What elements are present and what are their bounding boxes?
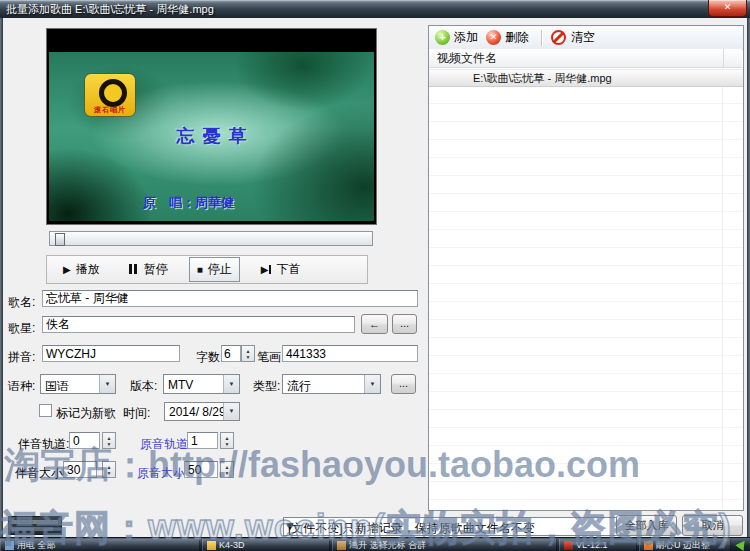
column-divider <box>722 68 723 509</box>
version-value: MTV <box>168 378 193 392</box>
pinyin-input[interactable] <box>42 345 180 362</box>
language-select[interactable]: 国语 ▼ <box>40 374 116 394</box>
mv-credits: 原 唱：周華健 作 詞：陳沒 作 曲：宇德 敬子 MTV導演：alllure <box>143 155 251 221</box>
char-count-input[interactable] <box>221 345 241 362</box>
window-title: 批量添加歌曲 E:\歌曲\忘忧草 - 周华健.mpg <box>6 2 214 17</box>
record-label-logo: 滚石唱片 <box>85 74 135 116</box>
credit-line: 原 唱：周華健 <box>143 193 251 212</box>
titlebar: 批量添加歌曲 E:\歌曲\忘忧草 - 周华健.mpg <box>0 0 750 18</box>
song-name-input[interactable] <box>42 290 418 307</box>
toolbar-separator <box>541 30 542 46</box>
file-list[interactable] <box>429 68 743 510</box>
taskbar-item[interactable]: 用电 全部 <box>0 539 200 551</box>
logo-disc-icon <box>99 79 127 107</box>
left-arrow-icon: ← <box>369 318 380 330</box>
clear-list-button[interactable]: 清空 <box>548 27 601 48</box>
taskbar-item[interactable]: 鸿升 选择光标 合群 <box>332 539 557 551</box>
add-file-button[interactable]: + 添加 <box>433 27 484 48</box>
red-box-icon <box>564 541 573 550</box>
chevron-down-icon: ▼ <box>223 375 239 393</box>
genre-browse-button[interactable]: ... <box>391 374 416 394</box>
date-select[interactable]: 2014/ 8/29 ▼ <box>164 402 240 421</box>
video-preview: 滚石唱片 忘憂草 原 唱：周華健 作 詞：陳沒 作 曲：宇德 敬子 MTV導演：… <box>46 28 377 225</box>
genre-label: 类型: <box>253 378 280 395</box>
cancel-button[interactable]: 取消 <box>682 515 743 536</box>
mark-new-song-checkbox[interactable] <box>39 404 52 417</box>
file-list-header[interactable]: 视频文件名 <box>429 49 723 68</box>
clear-icon <box>551 30 566 45</box>
char-count-label: 字数 <box>196 349 220 366</box>
date-value: 2014/ 8/29 <box>169 405 226 419</box>
seek-track[interactable] <box>49 231 373 246</box>
stop-label: 停止 <box>208 261 232 278</box>
add-icon: + <box>435 30 450 45</box>
orange-app-icon <box>644 541 653 550</box>
file-toolbar: + 添加 ✕ 删除 清空 <box>429 26 743 50</box>
language-value: 国语 <box>45 378 69 395</box>
folder-icon <box>207 541 216 550</box>
song-name-label: 歌名: <box>8 294 35 311</box>
close-button[interactable]: ✕ <box>708 0 747 17</box>
pause-icon <box>129 263 139 277</box>
accomp-vol-label: 伴音大小: <box>15 465 66 482</box>
play-icon: ▶ <box>63 265 71 275</box>
orig-track-input[interactable] <box>187 432 218 449</box>
genre-value: 流行 <box>287 378 311 395</box>
delete-icon: ✕ <box>486 30 501 45</box>
singer-back-button[interactable]: ← <box>361 314 388 334</box>
green-leaf-icon <box>735 538 748 551</box>
accomp-track-input[interactable] <box>69 432 100 449</box>
pinyin-label: 拼音: <box>8 349 35 366</box>
chevron-down-icon: ▼ <box>364 375 380 393</box>
app-icon <box>337 541 346 550</box>
char-count-spinner[interactable]: ▲▼ <box>241 345 255 362</box>
file-list-row-selected[interactable]: E:\歌曲\忘忧草 - 周华健.mpg <box>429 69 743 87</box>
batch-add-song-window: 批量添加歌曲 E:\歌曲\忘忧草 - 周华健.mpg ✕ 滚石唱片 忘憂草 原 … <box>0 0 750 551</box>
orig-track-label: 原音轨道: <box>140 436 191 453</box>
language-label: 语种: <box>8 378 35 395</box>
chevron-down-icon: ▼ <box>223 403 239 420</box>
accomp-track-spinner[interactable]: ▲▼ <box>102 432 116 449</box>
import-all-button[interactable]: 全部入库 <box>616 515 677 536</box>
pause-label: 暂停 <box>144 261 168 278</box>
window-frame-left <box>0 18 3 537</box>
accomp-vol-input[interactable] <box>63 461 97 478</box>
clear-label: 清空 <box>571 29 595 46</box>
taskbar-item[interactable]: 耐心U 迈出整 <box>639 539 731 551</box>
seek-bar <box>46 229 377 250</box>
import-mode-select[interactable]: [文件不变]只新增记录，保持原歌曲文件名不变 ▼ <box>283 517 629 536</box>
spin-down-icon: ▼ <box>246 354 251 360</box>
transport-bar: ▶ 播放 暂停 ■ 停止 ▶ 下首 <box>46 255 368 284</box>
version-label: 版本: <box>130 378 157 395</box>
stop-button[interactable]: ■ 停止 <box>189 257 240 282</box>
orig-vol-label: 原音大小: <box>137 465 188 482</box>
strokes-input[interactable] <box>282 345 418 362</box>
orig-vol-input[interactable] <box>184 461 218 478</box>
bottom-left-panel <box>8 516 62 535</box>
orig-track-spinner[interactable]: ▲▼ <box>220 432 234 449</box>
stop-icon: ■ <box>197 265 203 275</box>
singer-browse-button[interactable]: ... <box>392 314 417 334</box>
ellipsis-icon: ... <box>399 377 408 389</box>
orig-vol-spinner[interactable]: ▲▼ <box>220 461 234 478</box>
version-select[interactable]: MTV ▼ <box>163 374 240 394</box>
delete-file-button[interactable]: ✕ 删除 <box>484 27 535 48</box>
play-button[interactable]: ▶ 播放 <box>55 257 108 282</box>
file-list-header-extra <box>723 49 742 68</box>
video-frame: 滚石唱片 忘憂草 原 唱：周華健 作 詞：陳沒 作 曲：宇德 敬子 MTV導演：… <box>49 52 374 221</box>
genre-select[interactable]: 流行 ▼ <box>282 374 381 394</box>
accomp-vol-spinner[interactable]: ▲▼ <box>102 461 116 478</box>
pause-button[interactable]: 暂停 <box>121 257 176 282</box>
ellipsis-icon: ... <box>400 317 409 329</box>
singer-input[interactable] <box>42 316 355 333</box>
taskbar-item[interactable]: K4-3D <box>202 539 330 551</box>
accomp-track-label: 伴音轨道: <box>18 436 69 453</box>
mark-new-song-label: 标记为新歌 <box>56 405 116 422</box>
next-button[interactable]: ▶ 下首 <box>253 257 309 282</box>
file-list-panel: + 添加 ✕ 删除 清空 视频文件名 E:\歌曲\忘忧草 - 周华健.mpg <box>428 25 744 511</box>
add-label: 添加 <box>454 29 478 46</box>
taskbar-item[interactable]: VL-12.1 <box>559 539 637 551</box>
seek-thumb[interactable] <box>55 233 65 246</box>
import-mode-value: [文件不变]只新增记录，保持原歌曲文件名不变 <box>288 520 535 537</box>
taskbar: 用电 全部 K4-3D 鸿升 选择光标 合群 VL-12.1 耐心U 迈出整 <box>0 537 750 551</box>
